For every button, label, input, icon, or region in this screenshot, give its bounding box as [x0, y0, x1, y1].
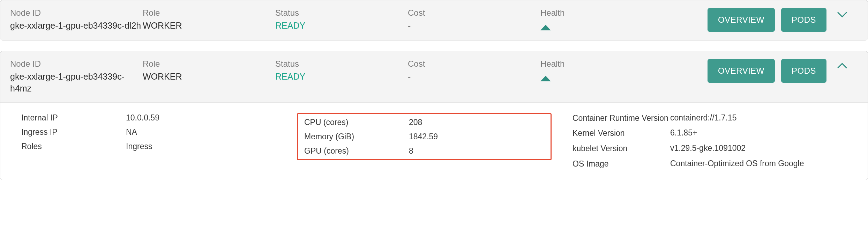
detail-value: 10.0.0.59 — [126, 113, 159, 123]
svg-marker-1 — [540, 76, 551, 81]
detail-value: Ingress — [126, 142, 152, 151]
label-status: Status — [275, 8, 408, 18]
detail-value: NA — [126, 127, 137, 137]
detail-internal-ip: Internal IP 10.0.0.59 — [21, 113, 290, 123]
health-up-icon — [540, 23, 617, 32]
column-node-id: Node ID gke-xxlarge-1-gpu-eb34339c-h4mz — [10, 59, 143, 95]
value-node-id: gke-xxlarge-1-gpu-eb34339c-h4mz — [10, 71, 143, 95]
details-column-network: Internal IP 10.0.0.59 Ingress IP NA Role… — [0, 113, 290, 170]
node-details: Internal IP 10.0.0.59 Ingress IP NA Role… — [0, 103, 868, 180]
column-node-id: Node ID gke-xxlarge-1-gpu-eb34339c-dl2h — [10, 8, 143, 32]
detail-memory: Memory (GiB) 1842.59 — [304, 132, 544, 141]
details-column-system: Container Runtime Version containerd://1… — [559, 113, 868, 170]
column-cost: Cost - — [408, 8, 540, 32]
label-health: Health — [540, 8, 617, 18]
detail-label: Roles — [21, 142, 126, 151]
overview-button[interactable]: OVERVIEW — [708, 8, 775, 32]
column-role: Role WORKER — [143, 59, 275, 83]
column-status: Status READY — [275, 8, 408, 32]
detail-label: OS Image — [573, 159, 670, 169]
column-cost: Cost - — [408, 59, 540, 83]
label-status: Status — [275, 59, 408, 69]
column-status: Status READY — [275, 59, 408, 83]
detail-roles: Roles Ingress — [21, 142, 290, 151]
chevron-up-icon — [837, 62, 847, 69]
label-role: Role — [143, 59, 275, 69]
chevron-down-icon — [837, 12, 847, 18]
svg-marker-0 — [540, 25, 551, 30]
label-cost: Cost — [408, 59, 540, 69]
detail-label: Container Runtime Version — [573, 113, 670, 124]
label-node-id: Node ID — [10, 59, 143, 69]
column-expand — [826, 59, 858, 73]
value-status: READY — [275, 71, 408, 83]
node-header: Node ID gke-xxlarge-1-gpu-eb34339c-dl2h … — [0, 0, 868, 40]
detail-value: 208 — [409, 118, 422, 127]
column-expand — [826, 8, 858, 22]
pods-button[interactable]: PODS — [781, 59, 826, 83]
value-role: WORKER — [143, 71, 275, 83]
pods-button[interactable]: PODS — [781, 8, 826, 32]
detail-os: OS Image Container-Optimized OS from Goo… — [573, 159, 868, 169]
expand-toggle[interactable] — [834, 8, 851, 22]
node-card: Node ID gke-xxlarge-1-gpu-eb34339c-dl2h … — [0, 0, 868, 41]
detail-value: 8 — [409, 146, 413, 156]
column-actions: OVERVIEW PODS — [617, 59, 826, 83]
value-status: READY — [275, 20, 408, 32]
node-card: Node ID gke-xxlarge-1-gpu-eb34339c-h4mz … — [0, 51, 868, 180]
node-header: Node ID gke-xxlarge-1-gpu-eb34339c-h4mz … — [0, 51, 868, 103]
value-role: WORKER — [143, 20, 275, 32]
detail-value: Container-Optimized OS from Google — [670, 159, 804, 168]
detail-ingress-ip: Ingress IP NA — [21, 127, 290, 137]
detail-value: 1842.59 — [409, 132, 438, 141]
detail-label: kubelet Version — [573, 144, 670, 154]
overview-button[interactable]: OVERVIEW — [708, 59, 775, 83]
detail-container-runtime: Container Runtime Version containerd://1… — [573, 113, 868, 124]
resources-highlight-box: CPU (cores) 208 Memory (GiB) 1842.59 GPU… — [297, 113, 552, 160]
detail-gpu: GPU (cores) 8 — [304, 146, 544, 156]
detail-label: CPU (cores) — [304, 118, 409, 127]
detail-cpu: CPU (cores) 208 — [304, 118, 544, 127]
health-up-icon — [540, 74, 617, 83]
detail-kernel: Kernel Version 6.1.85+ — [573, 128, 868, 139]
detail-label: Ingress IP — [21, 127, 126, 137]
column-health: Health — [540, 59, 617, 83]
column-health: Health — [540, 8, 617, 32]
label-role: Role — [143, 8, 275, 18]
value-cost: - — [408, 71, 540, 83]
detail-value: v1.29.5-gke.1091002 — [670, 144, 746, 153]
collapse-toggle[interactable] — [834, 59, 851, 73]
column-actions: OVERVIEW PODS — [617, 8, 826, 32]
label-cost: Cost — [408, 8, 540, 18]
label-node-id: Node ID — [10, 8, 143, 18]
detail-label: Internal IP — [21, 113, 126, 123]
details-column-resources: CPU (cores) 208 Memory (GiB) 1842.59 GPU… — [290, 113, 559, 170]
value-node-id: gke-xxlarge-1-gpu-eb34339c-dl2h — [10, 20, 143, 32]
detail-kubelet: kubelet Version v1.29.5-gke.1091002 — [573, 144, 868, 154]
detail-value: 6.1.85+ — [670, 128, 697, 138]
label-health: Health — [540, 59, 617, 69]
detail-label: Memory (GiB) — [304, 132, 409, 141]
value-cost: - — [408, 20, 540, 32]
detail-label: Kernel Version — [573, 128, 670, 139]
column-role: Role WORKER — [143, 8, 275, 32]
detail-value: containerd://1.7.15 — [670, 113, 737, 123]
detail-label: GPU (cores) — [304, 146, 409, 156]
